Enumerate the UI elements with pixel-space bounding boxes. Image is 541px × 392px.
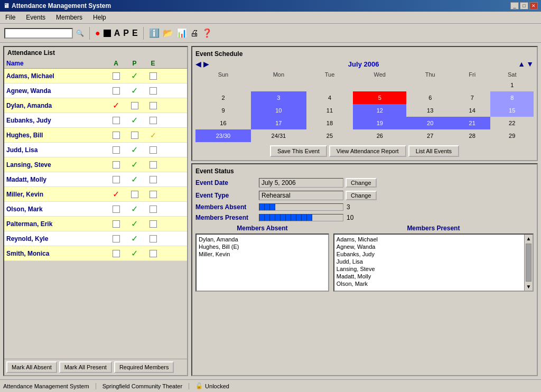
calendar-day-cell[interactable]: 17	[251, 117, 306, 129]
calendar-down-arrow[interactable]: ▼	[526, 60, 534, 68]
excused-checkbox[interactable]	[144, 87, 162, 95]
present-checkbox[interactable]: ✓	[125, 145, 144, 155]
absent-checkbox[interactable]: ✓	[107, 189, 125, 199]
absent-checkbox[interactable]	[107, 72, 125, 80]
absent-checkbox-empty[interactable]	[113, 161, 120, 169]
scrollbar-down-arrow[interactable]: ▼	[525, 283, 533, 291]
search-icon[interactable]: 🔍	[76, 30, 84, 37]
present-checkbox-empty[interactable]	[131, 132, 138, 139]
minimize-button[interactable]: _	[510, 2, 519, 10]
search-input[interactable]	[4, 28, 73, 39]
absent-checkbox-empty[interactable]	[113, 72, 120, 80]
present-checkbox[interactable]	[125, 191, 144, 198]
calendar-day-cell[interactable]: 16	[195, 117, 251, 129]
calendar-day-cell[interactable]: 25	[306, 129, 353, 142]
calendar-day-cell[interactable]: 4	[306, 91, 353, 104]
calendar-day-cell[interactable]: 21	[454, 117, 490, 129]
calendar-day-cell[interactable]: 12	[353, 104, 406, 117]
calendar-day-cell[interactable]: 3	[251, 91, 306, 104]
absent-checkbox-empty[interactable]	[113, 250, 120, 257]
a-icon[interactable]: A	[114, 29, 120, 38]
absent-checkbox[interactable]	[107, 235, 125, 242]
present-checkbox[interactable]	[125, 132, 144, 139]
absent-checkbox-empty[interactable]	[113, 117, 120, 124]
event-date-change-button[interactable]: Change	[346, 178, 377, 188]
absent-checkbox[interactable]	[107, 132, 125, 139]
present-checkbox[interactable]: ✓	[125, 234, 144, 244]
excused-checkbox[interactable]	[144, 176, 162, 183]
excused-checkbox[interactable]	[144, 146, 162, 154]
excused-checkbox-empty[interactable]	[150, 176, 157, 183]
attendance-scroll-area[interactable]: Adams, Michael✓Agnew, Wanda✓Dylan, Amand…	[4, 69, 187, 359]
list-all-events-button[interactable]: List All Events	[408, 145, 459, 157]
excused-checkbox[interactable]: ✓	[144, 131, 162, 139]
absent-checkbox[interactable]	[107, 176, 125, 183]
absent-checkbox[interactable]	[107, 220, 125, 228]
calendar-up-arrow[interactable]: ▲	[518, 60, 525, 68]
print-icon[interactable]: 🖨	[190, 29, 199, 38]
p-icon[interactable]: P	[123, 29, 129, 38]
calendar-day-cell[interactable]: 20	[406, 117, 454, 129]
present-checkbox[interactable]: ✓	[125, 86, 144, 96]
present-checkbox[interactable]: ✓	[125, 115, 144, 125]
calendar-day-cell[interactable]: 8	[490, 91, 534, 104]
calendar-day-cell[interactable]: 29	[490, 129, 534, 142]
excused-checkbox-empty[interactable]	[150, 235, 157, 242]
excused-checkbox-empty[interactable]	[150, 161, 157, 169]
stop-icon[interactable]	[104, 30, 111, 37]
calendar-day-cell[interactable]: 14	[454, 104, 490, 117]
present-checkbox[interactable]: ✓	[125, 219, 144, 229]
maximize-button[interactable]: □	[520, 2, 528, 10]
calendar-day-cell[interactable]: 13	[406, 104, 454, 117]
present-checkbox[interactable]: ✓	[125, 160, 144, 170]
present-checkbox[interactable]: ✓	[125, 71, 144, 81]
absent-checkbox[interactable]	[107, 206, 125, 213]
excused-checkbox-empty[interactable]	[150, 87, 157, 95]
excused-checkbox-empty[interactable]	[150, 220, 157, 228]
excused-checkbox[interactable]	[144, 235, 162, 242]
absent-checkbox-empty[interactable]	[113, 220, 120, 228]
grid-icon[interactable]: 📊	[176, 28, 187, 38]
excused-checkbox[interactable]	[144, 250, 162, 257]
absent-checkbox-empty[interactable]	[113, 206, 120, 213]
excused-checkbox[interactable]	[144, 206, 162, 213]
menu-file[interactable]: File	[2, 13, 18, 22]
absent-checkbox-empty[interactable]	[113, 87, 120, 95]
excused-checkbox-empty[interactable]	[150, 250, 157, 257]
required-members-button[interactable]: Required Members	[114, 361, 174, 373]
present-checkbox-empty[interactable]	[131, 102, 138, 109]
event-type-change-button[interactable]: Change	[346, 191, 377, 200]
menu-events[interactable]: Events	[23, 13, 49, 22]
present-checkbox[interactable]: ✓	[125, 174, 144, 184]
absent-checkbox[interactable]	[107, 146, 125, 154]
excused-checkbox-empty[interactable]	[150, 72, 157, 80]
calendar-day-cell[interactable]: 18	[306, 117, 353, 129]
calendar-day-cell[interactable]: 22	[490, 117, 534, 129]
excused-checkbox-empty[interactable]	[150, 206, 157, 213]
excused-checkbox-empty[interactable]	[150, 102, 157, 109]
excused-checkbox-empty[interactable]	[150, 146, 157, 154]
calendar-prev-arrow[interactable]: ◀	[195, 60, 201, 68]
scrollbar-up-arrow[interactable]: ▲	[525, 235, 533, 242]
excused-checkbox[interactable]	[144, 220, 162, 228]
calendar-day-cell[interactable]: 19	[353, 117, 406, 129]
save-event-button[interactable]: Save This Event	[270, 145, 327, 157]
absent-checkbox[interactable]	[107, 250, 125, 257]
present-checkbox[interactable]: ✓	[125, 248, 144, 258]
absent-checkbox[interactable]	[107, 117, 125, 124]
absent-checkbox[interactable]	[107, 161, 125, 169]
mark-all-present-button[interactable]: Mark All Present	[59, 361, 112, 373]
calendar-day-cell[interactable]: 1	[490, 79, 534, 91]
menu-help[interactable]: Help	[90, 13, 109, 22]
calendar-day-cell[interactable]: 27	[406, 129, 454, 142]
excused-checkbox-empty[interactable]	[150, 191, 157, 198]
calendar-day-cell[interactable]: 26	[353, 129, 406, 142]
calendar-day-cell[interactable]: 2	[195, 91, 251, 104]
calendar-day-cell[interactable]: 9	[195, 104, 251, 117]
info-icon[interactable]: ℹ️	[149, 28, 160, 38]
calendar-day-cell[interactable]: 10	[251, 104, 306, 117]
absent-checkbox[interactable]: ✓	[107, 100, 125, 110]
calendar-day-cell[interactable]: 24/31	[251, 129, 306, 142]
e-icon[interactable]: E	[132, 29, 138, 38]
folder-icon[interactable]: 📂	[163, 28, 173, 38]
